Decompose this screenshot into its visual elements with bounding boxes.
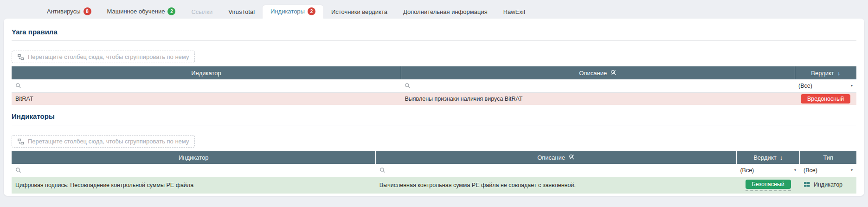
tab-label: VirusTotal (228, 8, 255, 15)
tab-label: Дополнительная информация (403, 8, 488, 15)
filter-input-description[interactable] (401, 79, 795, 92)
chevron-down-icon: ▾ (851, 168, 853, 172)
badge-dashed-underline (746, 190, 791, 191)
column-header-description[interactable]: Описание (401, 66, 795, 79)
yara-grid-header-row: Индикатор Описание Вердикт ↓ (12, 66, 856, 79)
indicators-grid: Индикатор Описание Вердикт ↓ Тип (12, 151, 856, 194)
group-by-icon (18, 138, 24, 145)
description-cell: Вычисленная контрольная сумма PE файла н… (376, 177, 737, 194)
tab-links: Ссылки (183, 6, 220, 19)
filter-select-verdict[interactable]: (Все) ▾ (795, 79, 856, 92)
indicators-filter-row: (Все) ▾ (Все) ▾ (12, 164, 856, 177)
tab-label: Источники вердикта (331, 8, 387, 15)
column-header-indicator[interactable]: Индикатор (12, 151, 376, 164)
yara-rule-row[interactable]: BitRAT Выявлены признаки наличия вируса … (12, 92, 856, 105)
group-by-hint: Перетащите столбец сюда, чтобы сгруппиро… (28, 53, 189, 60)
tab-label: Ссылки (191, 8, 212, 15)
tab-verdict-sources[interactable]: Источники вердикта (323, 6, 395, 19)
divider (12, 125, 856, 125)
tab-antiviruses[interactable]: Антивирусы 8 (39, 5, 99, 19)
tab-indicators[interactable]: Индикаторы 2 (263, 5, 323, 19)
chevron-down-icon: ▾ (851, 84, 853, 88)
indicators-group-by-panel[interactable]: Перетащите столбец сюда, чтобы сгруппиро… (12, 135, 195, 148)
safe-verdict-badge[interactable]: Безопасный (746, 180, 791, 189)
tab-label: Индикаторы (270, 8, 305, 15)
type-label: Индикатор (814, 181, 842, 188)
tab-count-badge: 8 (84, 7, 91, 15)
filter-input-indicator[interactable] (12, 79, 401, 92)
sort-desc-icon: ↓ (837, 70, 841, 77)
group-by-icon (18, 54, 24, 60)
indicator-row[interactable]: Цифровая подпись: Несовпадение контрольн… (12, 177, 856, 194)
search-icon (379, 167, 733, 173)
yara-rules-title: Yara правила (12, 28, 856, 36)
search-off-icon[interactable] (610, 69, 617, 77)
tab-rawexif[interactable]: RawExif (495, 6, 534, 19)
column-header-verdict[interactable]: Вердикт ↓ (795, 66, 856, 79)
tab-count-badge: 2 (308, 7, 315, 15)
tab-additional-info[interactable]: Дополнительная информация (395, 6, 495, 19)
tab-label: RawExif (503, 8, 526, 15)
indicator-type-grid-icon (804, 181, 810, 188)
divider (12, 40, 856, 41)
filter-select-type[interactable]: (Все) ▾ (800, 164, 856, 177)
column-header-description[interactable]: Описание (376, 151, 737, 164)
search-icon (15, 167, 372, 173)
group-by-hint: Перетащите столбец сюда, чтобы сгруппиро… (28, 138, 189, 145)
column-header-indicator[interactable]: Индикатор (12, 66, 401, 79)
tab-bar: Антивирусы 8 Машинное обучение 2 Ссылки … (0, 0, 868, 19)
filter-input-indicator[interactable] (12, 164, 376, 177)
column-header-type[interactable]: Тип (800, 151, 856, 164)
verdict-cell: Безопасный (736, 177, 800, 194)
tab-virustotal[interactable]: VirusTotal (220, 6, 263, 19)
yara-filter-row: (Все) ▾ (12, 79, 856, 92)
column-header-verdict[interactable]: Вердикт ↓ (736, 151, 800, 164)
tab-count-badge: 2 (167, 7, 175, 15)
verdict-cell: Вредоносный (795, 92, 856, 105)
filter-input-description[interactable] (376, 164, 737, 177)
chevron-down-icon: ▾ (794, 168, 796, 172)
yara-group-by-panel[interactable]: Перетащите столбец сюда, чтобы сгруппиро… (12, 51, 195, 63)
filter-select-verdict[interactable]: (Все) ▾ (736, 164, 800, 177)
yara-rules-grid: Индикатор Описание Вердикт ↓ (12, 66, 856, 105)
search-off-icon[interactable] (568, 154, 575, 162)
indicators-panel: Yara правила Перетащите столбец сюда, чт… (4, 19, 864, 196)
description-cell: Выявлены признаки наличия вируса BitRAT (401, 92, 795, 105)
indicators-grid-header-row: Индикатор Описание Вердикт ↓ Тип (12, 151, 856, 164)
sort-desc-icon: ↓ (780, 154, 783, 161)
tab-label: Машинное обучение (107, 8, 165, 15)
malicious-verdict-badge[interactable]: Вредоносный (801, 94, 850, 104)
indicator-cell: Цифровая подпись: Несовпадение контрольн… (12, 177, 376, 194)
type-cell: Индикатор (800, 177, 856, 194)
tab-machine-learning[interactable]: Машинное обучение 2 (99, 5, 184, 19)
tab-label: Антивирусы (47, 8, 81, 15)
search-icon (405, 83, 791, 89)
indicator-cell: BitRAT (12, 92, 401, 105)
search-icon (15, 83, 397, 89)
indicators-title: Индикаторы (12, 112, 856, 120)
